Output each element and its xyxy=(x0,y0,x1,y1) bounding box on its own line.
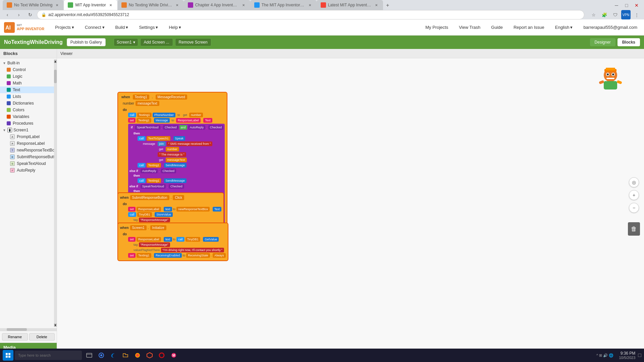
target-icon-button[interactable]: ◎ xyxy=(629,177,639,187)
scroll-up-icon[interactable]: ▲ xyxy=(54,60,57,63)
zoom-out-button[interactable]: − xyxy=(629,203,639,213)
sidebar-scrollbar[interactable]: ▲ ▼ xyxy=(54,60,57,327)
extensions-button[interactable]: 🧩 xyxy=(600,10,609,19)
browser-tab-3[interactable]: No Texting While Driving ✕ xyxy=(117,0,184,10)
component-submitbutton[interactable]: B SubmitResponseButto xyxy=(0,154,54,160)
tab-close-2[interactable]: ✕ xyxy=(108,2,113,8)
block-logic[interactable]: Logic xyxy=(0,73,54,80)
publish-to-gallery-button[interactable]: Publish to Gallery xyxy=(67,38,106,46)
component-newresponsetextbox[interactable]: T newResponseTextBox xyxy=(0,147,54,154)
block-lists[interactable]: Lists xyxy=(0,93,54,100)
nav-connect[interactable]: Connect ▾ xyxy=(82,23,107,31)
component-speaktextaloud[interactable]: S SpeakTextAloud xyxy=(0,160,54,167)
nav-help[interactable]: Help ▾ xyxy=(166,23,184,31)
svg-rect-15 xyxy=(6,356,8,358)
tab-close-6[interactable]: ✕ xyxy=(374,2,379,8)
tray-icons: ^ ⊞ 🔊 🌐 xyxy=(596,353,613,358)
nav-user-email[interactable]: barrerapaul555@gmail.com xyxy=(581,23,640,31)
tab-close-4[interactable]: ✕ xyxy=(241,2,246,8)
start-button[interactable] xyxy=(3,350,13,361)
nav-settings[interactable]: Settings ▾ xyxy=(136,23,161,31)
blocks-button[interactable]: Blocks xyxy=(618,38,640,46)
block-dictionaries[interactable]: Dictionaries xyxy=(0,100,54,107)
taskbar-chrome-icon[interactable] xyxy=(96,350,107,361)
tab-close-1[interactable]: ✕ xyxy=(54,2,60,8)
taskbar-edge-icon[interactable] xyxy=(108,350,119,361)
minimize-button[interactable]: ─ xyxy=(612,1,621,10)
responselabel-icon: A xyxy=(10,141,15,146)
new-tab-button[interactable]: + xyxy=(383,1,392,10)
vpn-button[interactable]: VPN xyxy=(621,10,631,19)
browser-tab-4[interactable]: Chapter 4 App Inventor 2, 2nd Edition ✕ xyxy=(184,0,250,10)
screen-selector[interactable]: Screen1 ▾ xyxy=(114,38,138,46)
component-autoreply[interactable]: ✓ AutoReply xyxy=(0,167,54,174)
builtin-expand-icon: ▼ xyxy=(3,61,6,65)
menu-button[interactable]: ⋮ xyxy=(632,10,641,19)
autoreply-icon: ✓ xyxy=(10,168,15,173)
nav-guide[interactable]: Guide xyxy=(488,23,505,31)
close-button[interactable]: ✕ xyxy=(632,1,641,10)
tab-label-1: No Text While Driving xyxy=(14,3,52,7)
reload-button[interactable]: ↻ xyxy=(25,10,35,19)
taskbar-files-icon[interactable] xyxy=(120,350,131,361)
svg-rect-18 xyxy=(87,354,92,355)
tab-favicon-2 xyxy=(68,2,73,8)
maximize-button[interactable]: □ xyxy=(622,1,631,10)
block-procedures[interactable]: Procedures xyxy=(0,120,54,127)
designer-button[interactable]: Designer xyxy=(590,38,615,46)
math-color-icon xyxy=(7,81,11,85)
app-inventor-mascot xyxy=(597,65,624,92)
component-responselabel[interactable]: A ResponseLabel xyxy=(0,140,54,147)
notification-button[interactable]: □ xyxy=(638,352,641,358)
taskbar-firefox-icon[interactable] xyxy=(132,350,143,361)
svg-text:AI: AI xyxy=(5,25,11,31)
block-control[interactable]: Control xyxy=(0,66,54,73)
back-button[interactable]: ‹ xyxy=(3,10,12,19)
nav-language[interactable]: English ▾ xyxy=(552,23,576,31)
nav-build[interactable]: Build ▾ xyxy=(113,23,131,31)
rename-button[interactable]: Rename xyxy=(2,333,28,341)
nav-projects[interactable]: Projects ▾ xyxy=(52,23,77,31)
block-math[interactable]: Math xyxy=(0,80,54,86)
taskbar-search[interactable] xyxy=(15,351,82,360)
svg-rect-17 xyxy=(87,353,92,357)
component-promptlabel[interactable]: A PromptLabel xyxy=(0,133,54,140)
scroll-track xyxy=(54,63,57,323)
taskbar-app6-icon[interactable]: M xyxy=(168,350,179,361)
scroll-down-icon[interactable]: ▼ xyxy=(54,323,57,327)
block-colors[interactable]: Colors xyxy=(0,107,54,113)
block-text[interactable]: Text xyxy=(0,86,54,93)
add-screen-button[interactable]: Add Screen ... xyxy=(140,38,173,46)
zoom-in-button[interactable]: + xyxy=(629,190,639,200)
forward-button[interactable]: › xyxy=(14,10,23,19)
nav-view-trash[interactable]: View Trash xyxy=(456,23,483,31)
svg-point-20 xyxy=(100,354,102,356)
svg-rect-8 xyxy=(606,78,614,79)
taskbar-brave-icon[interactable] xyxy=(144,350,155,361)
delete-button[interactable]: Delete xyxy=(29,333,55,341)
variables-color-icon xyxy=(7,115,11,119)
browser-tab-5[interactable]: The MIT App Inventor Library: Docu... ✕ xyxy=(250,0,317,10)
tab-close-3[interactable]: ✕ xyxy=(174,2,180,8)
nav-report-issue[interactable]: Report an Issue xyxy=(511,23,547,31)
nav-my-projects[interactable]: My Projects xyxy=(423,23,451,31)
svg-rect-13 xyxy=(6,353,8,355)
builtin-section[interactable]: ▼ Built-in xyxy=(0,60,54,66)
tab-favicon-3 xyxy=(121,2,127,8)
browser-tab-1[interactable]: No Text While Driving ✕ xyxy=(3,0,64,10)
screen1-section[interactable]: ▼ 📱 Screen1 xyxy=(0,127,54,133)
remove-screen-button[interactable]: Remove Screen xyxy=(175,38,211,46)
tab-close-5[interactable]: ✕ xyxy=(307,2,313,8)
block-variables[interactable]: Variables xyxy=(0,113,54,120)
browser-tab-2[interactable]: MIT App Inventor ✕ xyxy=(64,0,117,10)
sidebar-h-scrollbar[interactable] xyxy=(0,328,57,331)
trash-button[interactable]: 🗑 xyxy=(628,222,640,236)
browser-tab-6[interactable]: Latest MIT App Inventor Help topics ... … xyxy=(317,0,383,10)
bookmark-button[interactable]: ☆ xyxy=(589,10,598,19)
sidebar-h-thumb[interactable] xyxy=(7,328,27,331)
logic-color-icon xyxy=(7,74,11,78)
address-bar[interactable]: 🔒 ai2.appinventor.mit.edu/#5539250945523… xyxy=(37,10,584,19)
taskbar-explorer-icon[interactable] xyxy=(84,350,95,361)
scroll-thumb[interactable] xyxy=(54,70,57,83)
taskbar-opera-icon[interactable] xyxy=(156,350,167,361)
